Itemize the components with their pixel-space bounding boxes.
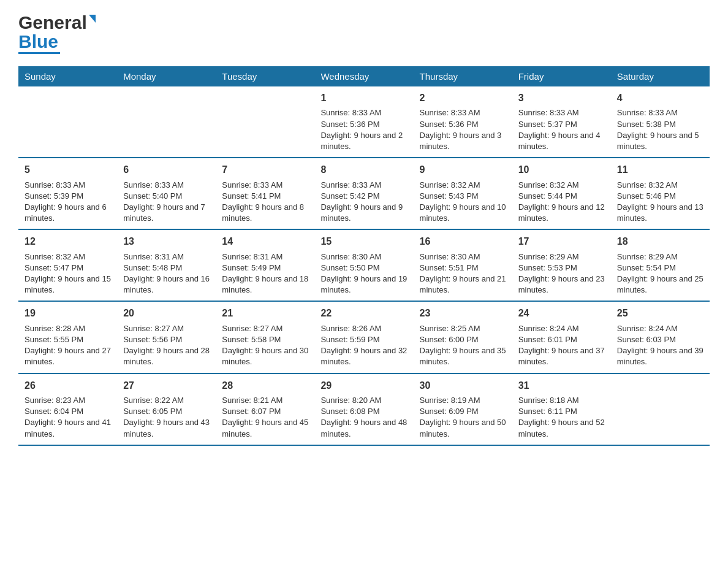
day-info: Sunrise: 8:33 AM Sunset: 5:41 PM Dayligh…	[222, 180, 308, 224]
day-info: Sunrise: 8:33 AM Sunset: 5:40 PM Dayligh…	[123, 180, 210, 224]
day-number: 13	[123, 235, 210, 248]
calendar-cell: 28Sunrise: 8:21 AM Sunset: 6:07 PM Dayli…	[216, 373, 314, 445]
calendar-cell: 18Sunrise: 8:29 AM Sunset: 5:54 PM Dayli…	[611, 229, 710, 301]
day-number: 16	[420, 235, 506, 248]
week-row-3: 12Sunrise: 8:32 AM Sunset: 5:47 PM Dayli…	[18, 229, 710, 301]
day-info: Sunrise: 8:18 AM Sunset: 6:11 PM Dayligh…	[518, 395, 605, 440]
day-info: Sunrise: 8:24 AM Sunset: 6:01 PM Dayligh…	[518, 323, 605, 368]
logo-blue: Blue	[18, 31, 58, 52]
day-info: Sunrise: 8:31 AM Sunset: 5:48 PM Dayligh…	[123, 251, 210, 296]
day-number: 5	[25, 163, 111, 177]
day-info: Sunrise: 8:32 AM Sunset: 5:43 PM Dayligh…	[420, 180, 506, 224]
calendar-cell: 6Sunrise: 8:33 AM Sunset: 5:40 PM Daylig…	[117, 158, 216, 229]
calendar-cell: 3Sunrise: 8:33 AM Sunset: 5:37 PM Daylig…	[512, 86, 611, 158]
calendar-header-row: SundayMondayTuesdayWednesdayThursdayFrid…	[18, 66, 710, 86]
day-number: 24	[518, 307, 605, 320]
day-number: 25	[617, 307, 703, 320]
header-col-friday: Friday	[512, 66, 611, 86]
calendar-cell: 21Sunrise: 8:27 AM Sunset: 5:58 PM Dayli…	[216, 301, 314, 373]
day-info: Sunrise: 8:33 AM Sunset: 5:36 PM Dayligh…	[420, 107, 506, 152]
week-row-4: 19Sunrise: 8:28 AM Sunset: 5:55 PM Dayli…	[18, 301, 710, 373]
calendar-cell: 25Sunrise: 8:24 AM Sunset: 6:03 PM Dayli…	[611, 301, 710, 373]
day-number: 12	[25, 235, 111, 248]
day-number: 3	[518, 91, 605, 105]
day-number: 31	[518, 379, 605, 393]
day-info: Sunrise: 8:32 AM Sunset: 5:47 PM Dayligh…	[25, 251, 111, 296]
day-info: Sunrise: 8:30 AM Sunset: 5:50 PM Dayligh…	[320, 251, 407, 296]
day-number: 19	[25, 307, 111, 320]
calendar-cell: 23Sunrise: 8:25 AM Sunset: 6:00 PM Dayli…	[414, 301, 512, 373]
day-number: 11	[617, 163, 703, 177]
calendar-cell: 24Sunrise: 8:24 AM Sunset: 6:01 PM Dayli…	[512, 301, 611, 373]
calendar-cell: 11Sunrise: 8:32 AM Sunset: 5:46 PM Dayli…	[611, 158, 710, 229]
logo-general: General	[18, 12, 87, 33]
day-info: Sunrise: 8:19 AM Sunset: 6:09 PM Dayligh…	[420, 395, 506, 440]
calendar-cell: 7Sunrise: 8:33 AM Sunset: 5:41 PM Daylig…	[216, 158, 314, 229]
day-info: Sunrise: 8:31 AM Sunset: 5:49 PM Dayligh…	[222, 251, 308, 296]
calendar-cell: 4Sunrise: 8:33 AM Sunset: 5:38 PM Daylig…	[611, 86, 710, 158]
day-info: Sunrise: 8:26 AM Sunset: 5:59 PM Dayligh…	[320, 323, 407, 368]
calendar-cell: 2Sunrise: 8:33 AM Sunset: 5:36 PM Daylig…	[414, 86, 512, 158]
day-number: 9	[420, 163, 506, 177]
week-row-1: 1Sunrise: 8:33 AM Sunset: 5:36 PM Daylig…	[18, 86, 710, 158]
calendar-cell: 10Sunrise: 8:32 AM Sunset: 5:44 PM Dayli…	[512, 158, 611, 229]
header-col-monday: Monday	[117, 66, 216, 86]
calendar-cell: 16Sunrise: 8:30 AM Sunset: 5:51 PM Dayli…	[414, 229, 512, 301]
day-number: 17	[518, 235, 605, 248]
day-info: Sunrise: 8:20 AM Sunset: 6:08 PM Dayligh…	[320, 395, 407, 440]
calendar-cell	[611, 373, 710, 445]
day-info: Sunrise: 8:32 AM Sunset: 5:44 PM Dayligh…	[518, 180, 605, 224]
header-col-thursday: Thursday	[414, 66, 512, 86]
day-info: Sunrise: 8:33 AM Sunset: 5:37 PM Dayligh…	[518, 107, 605, 152]
day-number: 28	[222, 379, 308, 393]
day-info: Sunrise: 8:32 AM Sunset: 5:46 PM Dayligh…	[617, 180, 703, 224]
day-number: 2	[420, 91, 506, 105]
calendar-cell: 9Sunrise: 8:32 AM Sunset: 5:43 PM Daylig…	[414, 158, 512, 229]
day-number: 27	[123, 379, 210, 393]
page-header: General Blue	[18, 12, 710, 54]
day-number: 20	[123, 307, 210, 320]
calendar-table: SundayMondayTuesdayWednesdayThursdayFrid…	[18, 66, 710, 446]
day-info: Sunrise: 8:28 AM Sunset: 5:55 PM Dayligh…	[25, 323, 111, 368]
day-number: 14	[222, 235, 308, 248]
day-number: 22	[320, 307, 407, 320]
day-info: Sunrise: 8:27 AM Sunset: 5:58 PM Dayligh…	[222, 323, 308, 368]
calendar-cell: 1Sunrise: 8:33 AM Sunset: 5:36 PM Daylig…	[314, 86, 413, 158]
day-info: Sunrise: 8:33 AM Sunset: 5:42 PM Dayligh…	[320, 180, 407, 224]
calendar-cell: 30Sunrise: 8:19 AM Sunset: 6:09 PM Dayli…	[414, 373, 512, 445]
calendar-cell	[216, 86, 314, 158]
calendar-cell	[117, 86, 216, 158]
header-col-sunday: Sunday	[18, 66, 117, 86]
day-number: 26	[25, 379, 111, 393]
day-number: 4	[617, 91, 703, 105]
day-info: Sunrise: 8:25 AM Sunset: 6:00 PM Dayligh…	[420, 323, 506, 368]
calendar-cell: 13Sunrise: 8:31 AM Sunset: 5:48 PM Dayli…	[117, 229, 216, 301]
calendar-cell: 14Sunrise: 8:31 AM Sunset: 5:49 PM Dayli…	[216, 229, 314, 301]
calendar-cell: 17Sunrise: 8:29 AM Sunset: 5:53 PM Dayli…	[512, 229, 611, 301]
day-number: 8	[320, 163, 407, 177]
day-number: 6	[123, 163, 210, 177]
day-info: Sunrise: 8:30 AM Sunset: 5:51 PM Dayligh…	[420, 251, 506, 296]
calendar-cell: 15Sunrise: 8:30 AM Sunset: 5:50 PM Dayli…	[314, 229, 413, 301]
week-row-5: 26Sunrise: 8:23 AM Sunset: 6:04 PM Dayli…	[18, 373, 710, 445]
header-col-wednesday: Wednesday	[314, 66, 413, 86]
day-info: Sunrise: 8:23 AM Sunset: 6:04 PM Dayligh…	[25, 395, 111, 440]
calendar-cell: 31Sunrise: 8:18 AM Sunset: 6:11 PM Dayli…	[512, 373, 611, 445]
calendar-cell: 5Sunrise: 8:33 AM Sunset: 5:39 PM Daylig…	[18, 158, 117, 229]
header-col-saturday: Saturday	[611, 66, 710, 86]
day-number: 7	[222, 163, 308, 177]
calendar-cell: 27Sunrise: 8:22 AM Sunset: 6:05 PM Dayli…	[117, 373, 216, 445]
calendar-cell: 12Sunrise: 8:32 AM Sunset: 5:47 PM Dayli…	[18, 229, 117, 301]
calendar-cell: 8Sunrise: 8:33 AM Sunset: 5:42 PM Daylig…	[314, 158, 413, 229]
calendar-cell	[18, 86, 117, 158]
day-info: Sunrise: 8:33 AM Sunset: 5:38 PM Dayligh…	[617, 107, 703, 152]
day-info: Sunrise: 8:22 AM Sunset: 6:05 PM Dayligh…	[123, 395, 210, 440]
calendar-cell: 26Sunrise: 8:23 AM Sunset: 6:04 PM Dayli…	[18, 373, 117, 445]
logo: General Blue	[18, 12, 96, 54]
day-number: 18	[617, 235, 703, 248]
calendar-cell: 19Sunrise: 8:28 AM Sunset: 5:55 PM Dayli…	[18, 301, 117, 373]
day-number: 29	[320, 379, 407, 393]
day-number: 30	[420, 379, 506, 393]
day-number: 10	[518, 163, 605, 177]
day-info: Sunrise: 8:21 AM Sunset: 6:07 PM Dayligh…	[222, 395, 308, 440]
